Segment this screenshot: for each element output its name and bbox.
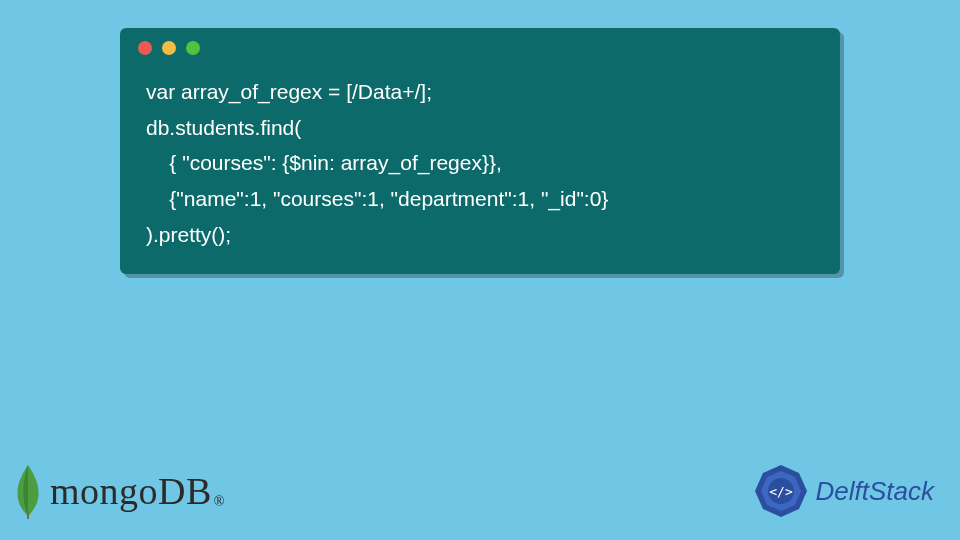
delftstack-text: DelftStack [816,476,935,507]
mongo-word: mongoDB [50,470,212,512]
footer: mongoDB® </> DelftStack [0,450,960,540]
code-line: db.students.find( [146,116,301,139]
code-line: ).pretty(); [146,223,231,246]
code-line: {"name":1, "courses":1, "department":1, … [146,187,608,210]
window-titlebar [120,28,840,68]
registered-icon: ® [214,494,225,509]
code-line: { "courses": {$nin: array_of_regex}}, [146,151,502,174]
minimize-icon [162,41,176,55]
svg-rect-0 [27,513,29,519]
code-block: var array_of_regex = [/Data+/]; db.stude… [120,68,840,252]
svg-text:</>: </> [769,484,793,499]
code-line: var array_of_regex = [/Data+/]; [146,80,432,103]
code-window: var array_of_regex = [/Data+/]; db.stude… [120,28,840,274]
delftstack-logo: </> DelftStack [752,462,935,520]
mongodb-logo: mongoDB® [10,463,225,519]
leaf-icon [10,463,46,519]
maximize-icon [186,41,200,55]
delftstack-badge-icon: </> [752,462,810,520]
close-icon [138,41,152,55]
mongodb-text: mongoDB® [50,469,225,513]
